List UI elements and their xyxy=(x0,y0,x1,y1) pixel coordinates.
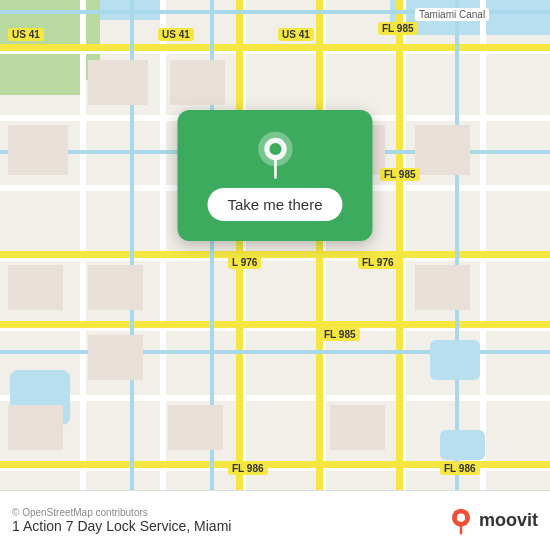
osm-attribution: © OpenStreetMap contributors xyxy=(12,507,447,518)
road-label-fl986-1: FL 986 xyxy=(228,462,268,475)
water-patch2 xyxy=(430,340,480,380)
road-label-fl985-2: FL 985 xyxy=(380,168,420,181)
map-background: US 41 US 41 US 41 FL 985 FL 985 FL 985 L… xyxy=(0,0,550,550)
block2 xyxy=(170,60,225,105)
block3 xyxy=(8,125,68,175)
highway-h1 xyxy=(0,44,550,51)
highway-h2 xyxy=(0,251,550,258)
block10 xyxy=(330,405,385,450)
road-label-tamiami: Tamiami Canal xyxy=(415,8,489,21)
road-label-us41-3: US 41 xyxy=(278,28,314,41)
highway-h3 xyxy=(0,321,550,328)
bottom-bar: © OpenStreetMap contributors 1 Action 7 … xyxy=(0,490,550,550)
business-name: 1 Action 7 Day Lock Service, Miami xyxy=(12,518,447,534)
water-patch3 xyxy=(440,430,485,460)
block8 xyxy=(8,405,63,450)
location-info: © OpenStreetMap contributors 1 Action 7 … xyxy=(12,507,447,534)
map-container: US 41 US 41 US 41 FL 985 FL 985 FL 985 L… xyxy=(0,0,550,550)
popup-card: Take me there xyxy=(177,110,372,241)
take-me-there-button[interactable]: Take me there xyxy=(207,188,342,221)
block7 xyxy=(88,335,143,380)
svg-point-4 xyxy=(457,513,465,521)
road-label-fl976-1: L 976 xyxy=(228,256,261,269)
moovit-logo: moovit xyxy=(447,507,538,535)
road-label-fl986-2: FL 986 xyxy=(440,462,480,475)
road-label-us41-2: US 41 xyxy=(158,28,194,41)
road-label-fl985-3: FL 985 xyxy=(320,328,360,341)
location-pin-icon xyxy=(250,130,300,180)
moovit-text: moovit xyxy=(479,510,538,531)
block9 xyxy=(168,405,223,450)
block1 xyxy=(88,60,148,105)
road-label-fl985-1: FL 985 xyxy=(378,22,418,35)
moovit-icon xyxy=(447,507,475,535)
road-label-us41-1: US 41 xyxy=(8,28,44,41)
highway-v3 xyxy=(396,0,403,550)
block12 xyxy=(415,265,470,310)
highway-v2 xyxy=(316,0,323,550)
svg-point-2 xyxy=(269,143,281,155)
road-label-fl976-2: FL 976 xyxy=(358,256,398,269)
block6 xyxy=(88,265,143,310)
block11 xyxy=(415,125,470,175)
block5 xyxy=(8,265,63,310)
